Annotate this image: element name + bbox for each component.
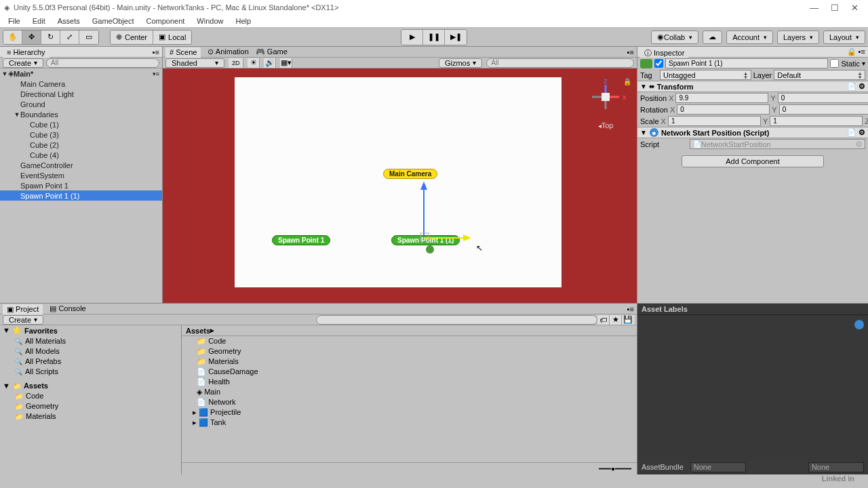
object-name-field[interactable] xyxy=(665,58,828,68)
audio-toggle-icon[interactable]: 🔊 xyxy=(264,58,276,68)
favorite-item[interactable]: All Models xyxy=(0,346,181,356)
menu-assets[interactable]: Assets xyxy=(58,17,80,25)
scale-tool-icon[interactable]: ⤢ xyxy=(60,30,79,44)
position-x-field[interactable] xyxy=(675,93,768,103)
project-create-dropdown[interactable]: Create ▾ xyxy=(3,315,43,325)
icon-size-slider[interactable]: ━━━●━━━━ xyxy=(599,465,631,472)
hand-tool-icon[interactable]: ✋ xyxy=(3,30,22,44)
tab-game[interactable]: 🎮 Game xyxy=(256,47,288,56)
hierarchy-item[interactable]: Cube (1) xyxy=(0,119,162,129)
favorite-item[interactable]: All Scripts xyxy=(0,366,181,376)
scale-y-field[interactable] xyxy=(770,116,863,126)
2d-toggle[interactable]: 2D xyxy=(229,58,243,68)
tag-dropdown[interactable]: Untagged‡ xyxy=(660,70,751,80)
scene-menu-icon[interactable]: ▪≡ xyxy=(627,48,634,56)
project-item[interactable]: 📄 CauseDamage xyxy=(182,367,637,377)
search-filter-icon[interactable]: 🏷 xyxy=(597,315,610,325)
rect-tool-icon[interactable]: ▭ xyxy=(79,30,98,44)
network-start-position-header[interactable]: ▼ ● Network Start Position (Script)📄 ⚙ xyxy=(637,127,868,138)
pivot-button[interactable]: ⊕ Center xyxy=(111,30,153,44)
project-item[interactable]: 📁 Materials xyxy=(182,357,637,367)
transform-header[interactable]: ▼ ⬌ Transform📄 ⚙ xyxy=(637,81,868,92)
space-button[interactable]: ▣ Local xyxy=(153,30,191,44)
minimize-icon[interactable]: — xyxy=(810,3,818,13)
orientation-gizmo[interactable]: z x ◂Top xyxy=(585,77,626,129)
project-item[interactable]: 📁 Geometry xyxy=(182,346,637,357)
hierarchy-item[interactable]: Spawn Point 1 (1) xyxy=(0,190,162,201)
project-item[interactable]: ▸ 🟦 Tank xyxy=(182,418,637,428)
hierarchy-item[interactable]: ▼Boundaries xyxy=(0,109,162,119)
position-y-field[interactable] xyxy=(778,93,868,103)
menu-file[interactable]: File xyxy=(8,17,20,25)
layer-dropdown[interactable]: Default‡ xyxy=(774,70,865,80)
spawn-point-1-label[interactable]: Spawn Point 1 xyxy=(272,235,330,245)
project-tab[interactable]: ▣ Project xyxy=(3,304,43,314)
favorite-item[interactable]: All Prefabs xyxy=(0,356,181,366)
collab-dropdown[interactable]: ◉ Collab xyxy=(651,30,698,44)
inspector-tab[interactable]: ⓘ Inspector xyxy=(640,47,688,58)
maximize-icon[interactable]: ☐ xyxy=(831,3,839,13)
lighting-toggle-icon[interactable]: ☀ xyxy=(248,58,260,68)
tab-scene[interactable]: # Scene xyxy=(165,47,201,58)
asset-folder-item[interactable]: Code xyxy=(0,390,181,401)
assetbundle-dropdown[interactable]: None xyxy=(690,462,746,472)
move-tool-icon[interactable]: ✥ xyxy=(22,30,41,44)
lock-icon[interactable]: 🔒 xyxy=(623,78,631,85)
hierarchy-item[interactable]: Cube (2) xyxy=(0,140,162,150)
layers-dropdown[interactable]: Layers xyxy=(777,30,819,44)
scene-search[interactable] xyxy=(486,58,634,68)
play-button[interactable]: ▶ xyxy=(401,30,423,45)
scale-x-field[interactable] xyxy=(668,116,761,126)
project-item[interactable]: 📁 Code xyxy=(182,336,637,346)
search-save-icon[interactable]: 💾 xyxy=(622,315,634,325)
camera-label[interactable]: Main Camera xyxy=(383,169,437,179)
hierarchy-item[interactable]: Main Camera xyxy=(0,79,162,89)
asset-folder-item[interactable]: Materials xyxy=(0,411,181,421)
script-field[interactable]: 📄NetworkStartPosition⊙ xyxy=(690,139,865,149)
project-item[interactable]: 📄 Network xyxy=(182,397,637,407)
favorite-item[interactable]: All Materials xyxy=(0,336,181,346)
menu-component[interactable]: Component xyxy=(146,17,184,25)
pause-button[interactable]: ❚❚ xyxy=(423,30,445,45)
panel-menu-icon[interactable]: ▪≡ xyxy=(153,48,159,56)
close-icon[interactable]: ✕ xyxy=(851,3,859,13)
rotation-x-field[interactable] xyxy=(677,104,770,115)
console-tab[interactable]: ▤ Console xyxy=(50,304,85,313)
rotate-tool-icon[interactable]: ↻ xyxy=(41,30,60,44)
fx-toggle-icon[interactable]: ▦▾ xyxy=(280,58,292,68)
menu-gameobject[interactable]: GameObject xyxy=(92,17,134,25)
layout-dropdown[interactable]: Layout xyxy=(823,30,865,44)
hierarchy-create-dropdown[interactable]: Create ▾ xyxy=(3,58,43,68)
hierarchy-item[interactable]: Directional Light xyxy=(0,89,162,99)
move-gizmo-icon[interactable] xyxy=(414,180,475,255)
hierarchy-item[interactable]: Cube (4) xyxy=(0,150,162,160)
project-item[interactable]: 📄 Health xyxy=(182,377,637,387)
add-component-button[interactable]: Add Component xyxy=(682,155,824,167)
assetbundle-variant-dropdown[interactable]: None xyxy=(808,462,864,472)
shading-dropdown[interactable]: Shaded ▾ xyxy=(165,58,224,68)
assets-header[interactable]: ▼ Assets xyxy=(0,380,181,390)
rotation-y-field[interactable] xyxy=(779,104,868,115)
project-item[interactable]: ▸ 🟦 Projectile xyxy=(182,407,637,418)
search-type-icon[interactable]: ★ xyxy=(610,315,622,325)
menu-window[interactable]: Window xyxy=(197,17,223,25)
project-breadcrumb[interactable]: Assets ▸ xyxy=(182,325,637,336)
hierarchy-item[interactable]: Ground xyxy=(0,99,162,109)
scene-root[interactable]: ▼◈ Main*▾≡ xyxy=(0,68,162,79)
cloud-button[interactable]: ☁ xyxy=(703,30,722,44)
tab-animation[interactable]: ⊙ Animation xyxy=(208,47,248,56)
inspector-lock-icon[interactable]: 🔒 ▪≡ xyxy=(847,47,865,56)
asset-label-add-icon[interactable] xyxy=(854,320,864,329)
project-menu-icon[interactable]: ▪≡ xyxy=(627,305,634,313)
favorites-header[interactable]: ▼ ⭐ Favorites xyxy=(0,325,181,336)
hierarchy-item[interactable]: Spawn Point 1 xyxy=(0,180,162,190)
static-checkbox[interactable] xyxy=(830,59,839,68)
gizmos-dropdown[interactable]: Gizmos ▾ xyxy=(439,58,482,68)
project-search[interactable] xyxy=(316,315,597,325)
hierarchy-item[interactable]: GameController xyxy=(0,160,162,170)
hierarchy-item[interactable]: EventSystem xyxy=(0,170,162,180)
hierarchy-item[interactable]: Cube (3) xyxy=(0,129,162,140)
menu-help[interactable]: Help xyxy=(235,17,251,25)
asset-folder-item[interactable]: Geometry xyxy=(0,401,181,411)
project-item[interactable]: ◈ Main xyxy=(182,387,637,397)
